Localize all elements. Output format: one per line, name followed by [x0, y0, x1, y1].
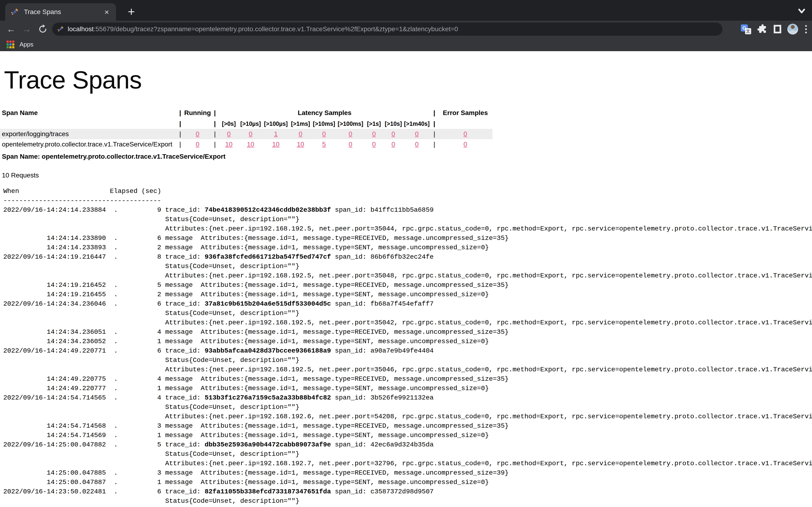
side-panel-icon[interactable] — [774, 25, 781, 33]
running-count-cell: 0 — [184, 139, 211, 150]
pipe-separator: | — [211, 107, 219, 119]
latency-bucket-label: [>1ms] — [290, 119, 312, 129]
empty-cell — [184, 119, 211, 129]
pipe-separator: | — [176, 139, 184, 150]
span-summary-row: exporter/logging/traces|0|001000000|0 — [0, 129, 493, 139]
summary-header-row: Span Name | Running | Latency Samples | … — [0, 107, 493, 119]
selected-span-heading: Span Name: opentelemetry.proto.collector… — [2, 153, 812, 160]
latency-count-cell: 0 — [384, 129, 403, 139]
latency-bucket-label: [>0s] — [219, 119, 239, 129]
latency-count-cell: 0 — [403, 139, 430, 150]
browser-tab[interactable]: Trace Spans × — [5, 3, 116, 21]
latency-count-link[interactable]: 0 — [299, 130, 302, 137]
reload-icon[interactable] — [38, 24, 47, 34]
pipe-separator: | — [430, 119, 439, 129]
latency-bucket-label: [>100µs] — [262, 119, 290, 129]
toolbar-right: G 文 — [741, 21, 808, 38]
browser-menu-icon[interactable] — [804, 24, 808, 34]
latency-count-link[interactable]: 0 — [322, 130, 326, 137]
apps-grid-icon — [7, 41, 14, 48]
latency-count-link[interactable]: 0 — [249, 130, 253, 137]
pipe-separator: | — [176, 119, 184, 129]
span-summary-table: Span Name | Running | Latency Samples | … — [0, 107, 493, 150]
latency-count-link[interactable]: 5 — [322, 140, 326, 148]
error-count-cell: 0 — [439, 139, 493, 150]
apps-shortcut[interactable]: Apps — [7, 41, 33, 48]
col-header-latency: Latency Samples — [219, 107, 430, 119]
latency-count-cell: 0 — [337, 139, 365, 150]
pipe-separator: | — [176, 107, 184, 119]
latency-bucket-label: [>100ms] — [337, 119, 365, 129]
latency-count-cell: 1 — [262, 129, 290, 139]
latency-count-cell: 0 — [312, 129, 337, 139]
span-name-cell: exporter/logging/traces — [0, 129, 176, 139]
latency-count-link[interactable]: 10 — [272, 140, 280, 148]
latency-count-link[interactable]: 0 — [415, 130, 419, 137]
pipe-separator: | — [430, 129, 439, 139]
latency-bucket-label: [>10s] — [384, 119, 403, 129]
latency-count-link[interactable]: 1 — [274, 130, 278, 137]
latency-count-link[interactable]: 0 — [392, 130, 395, 137]
latency-count-link[interactable]: 10 — [297, 140, 304, 148]
page-content: Trace Spans Span Name | Running | Latenc… — [0, 66, 812, 506]
latency-count-link[interactable]: 10 — [225, 140, 233, 148]
latency-count-link[interactable]: 0 — [415, 140, 419, 148]
latency-count-link[interactable]: 0 — [392, 140, 395, 148]
latency-count-link[interactable]: 0 — [372, 140, 376, 148]
latency-count-cell: 0 — [290, 129, 312, 139]
extensions-puzzle-icon[interactable] — [757, 24, 768, 34]
latency-count-link[interactable]: 0 — [349, 130, 352, 137]
latency-count-link[interactable]: 0 — [349, 140, 352, 148]
pipe-separator: | — [430, 139, 439, 150]
tab-title: Trace Spans — [24, 8, 103, 16]
pipe-separator: | — [211, 139, 219, 150]
col-header-running: Running — [184, 107, 211, 119]
page-title: Trace Spans — [4, 66, 812, 94]
col-header-span-name: Span Name — [0, 107, 176, 119]
telescope-favicon — [10, 8, 19, 16]
col-header-error: Error Samples — [439, 107, 493, 119]
latency-count-cell: 10 — [262, 139, 290, 150]
latency-count-cell: 0 — [337, 129, 365, 139]
pipe-separator: | — [176, 129, 184, 139]
latency-count-cell: 10 — [290, 139, 312, 150]
tab-search-chevron-icon[interactable] — [796, 7, 807, 15]
latency-count-cell: 0 — [365, 139, 384, 150]
url-text: localhost:55679/debug/tracez?zspanname=o… — [68, 25, 458, 33]
new-tab-button[interactable]: + — [124, 5, 138, 19]
latency-count-link[interactable]: 10 — [247, 140, 254, 148]
latency-count-cell: 0 — [219, 129, 239, 139]
running-count-cell: 0 — [184, 129, 211, 139]
empty-cell — [0, 119, 176, 129]
latency-bucket-label: [>10ms] — [312, 119, 337, 129]
tab-strip: Trace Spans × + — [0, 0, 812, 21]
pipe-separator: | — [211, 119, 219, 129]
latency-count-cell: 0 — [384, 139, 403, 150]
running-count-link[interactable]: 0 — [196, 140, 199, 148]
telescope-favicon-small — [57, 25, 64, 33]
url-bar[interactable]: localhost:55679/debug/tracez?zspanname=o… — [52, 22, 722, 36]
error-count-link[interactable]: 0 — [464, 130, 467, 137]
profile-avatar[interactable] — [787, 24, 798, 35]
latency-count-link[interactable]: 0 — [372, 130, 376, 137]
trace-detail-text: When Elapsed (sec) ---------------------… — [0, 186, 812, 506]
url-host: localhost — [68, 25, 94, 33]
error-count-link[interactable]: 0 — [464, 140, 467, 148]
empty-cell — [439, 119, 493, 129]
latency-count-link[interactable]: 0 — [227, 130, 231, 137]
translate-extension-icon[interactable]: G 文 — [741, 24, 751, 34]
latency-bucket-label: [>10µs] — [239, 119, 262, 129]
latency-count-cell: 0 — [365, 129, 384, 139]
latency-bucket-header-row: ||[>0s][>10µs][>100µs][>1ms][>10ms][>100… — [0, 119, 493, 129]
apps-label: Apps — [19, 41, 33, 48]
latency-count-cell: 0 — [403, 129, 430, 139]
running-count-link[interactable]: 0 — [196, 130, 199, 137]
latency-bucket-label: [>1s] — [365, 119, 384, 129]
bookmarks-bar: Apps — [0, 38, 812, 51]
latency-count-cell: 5 — [312, 139, 337, 150]
latency-count-cell: 10 — [219, 139, 239, 150]
back-icon[interactable]: ← — [7, 25, 15, 34]
translate-t: 文 — [745, 28, 751, 34]
tab-close-icon[interactable]: × — [103, 7, 110, 16]
span-summary-row: opentelemetry.proto.collector.trace.v1.T… — [0, 139, 493, 150]
